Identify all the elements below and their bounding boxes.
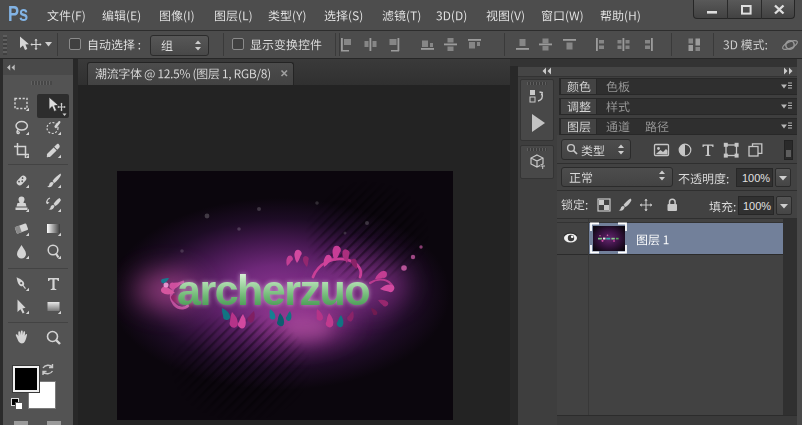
- svg-text:archerzuo: archerzuo: [177, 266, 369, 314]
